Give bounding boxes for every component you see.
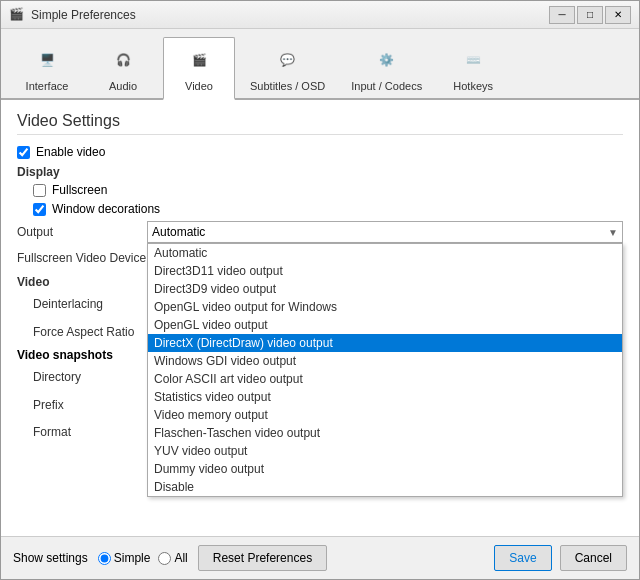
fullscreen-row: Fullscreen <box>33 183 623 197</box>
dropdown-arrow-icon: ▼ <box>608 227 618 238</box>
radio-simple[interactable]: Simple <box>98 551 151 565</box>
all-radio[interactable] <box>158 552 171 565</box>
tab-input[interactable]: ⚙️ Input / Codecs <box>340 37 433 98</box>
window-decorations-row: Window decorations <box>33 202 623 216</box>
show-settings-label: Show settings <box>13 551 88 565</box>
show-settings-area: Show settings Simple All Reset Preferenc… <box>13 545 327 571</box>
format-label: Format <box>33 425 163 439</box>
tab-interface-label: Interface <box>26 80 69 92</box>
output-selected-value: Automatic <box>152 225 205 239</box>
prefix-label: Prefix <box>33 398 163 412</box>
maximize-button[interactable]: □ <box>577 6 603 24</box>
dropdown-item[interactable]: Disable <box>148 478 622 496</box>
dropdown-item[interactable]: Statistics video output <box>148 388 622 406</box>
radio-all[interactable]: All <box>158 551 187 565</box>
dropdown-item[interactable]: Video memory output <box>148 406 622 424</box>
section-title: Video Settings <box>17 112 623 135</box>
force-aspect-label: Force Aspect Ratio <box>33 325 163 339</box>
tab-hotkeys-label: Hotkeys <box>453 80 493 92</box>
directory-label: Directory <box>33 370 163 384</box>
dropdown-item[interactable]: DirectX (DirectDraw) video output <box>148 334 622 352</box>
output-dropdown-list: AutomaticDirect3D11 video outputDirect3D… <box>147 243 623 497</box>
all-label: All <box>174 551 187 565</box>
window-decorations-checkbox[interactable] <box>33 203 46 216</box>
enable-video-checkbox[interactable] <box>17 146 30 159</box>
minimize-button[interactable]: ─ <box>549 6 575 24</box>
hotkeys-icon: ⌨️ <box>455 42 491 78</box>
display-section-label: Display <box>17 165 623 179</box>
tab-input-label: Input / Codecs <box>351 80 422 92</box>
tab-video-label: Video <box>185 80 213 92</box>
enable-video-label: Enable video <box>36 145 105 159</box>
dropdown-item[interactable]: OpenGL video output for Windows <box>148 298 622 316</box>
save-button[interactable]: Save <box>494 545 551 571</box>
interface-icon: 🖥️ <box>29 42 65 78</box>
input-icon: ⚙️ <box>369 42 405 78</box>
simple-label: Simple <box>114 551 151 565</box>
close-button[interactable]: ✕ <box>605 6 631 24</box>
subtitles-icon: 💬 <box>270 42 306 78</box>
fullscreen-device-label: Fullscreen Video Device <box>17 251 147 265</box>
tabs-area: 🖥️ Interface 🎧 Audio 🎬 Video 💬 Subtitles… <box>1 29 639 100</box>
video-icon: 🎬 <box>181 42 217 78</box>
dropdown-item[interactable]: Automatic <box>148 244 622 262</box>
tab-hotkeys[interactable]: ⌨️ Hotkeys <box>437 37 509 98</box>
main-window: 🎬 Simple Preferences ─ □ ✕ 🖥️ Interface … <box>0 0 640 580</box>
output-select-container: Automatic ▼ AutomaticDirect3D11 video ou… <box>147 221 623 243</box>
tab-audio-label: Audio <box>109 80 137 92</box>
dropdown-item[interactable]: YUV video output <box>148 442 622 460</box>
radio-group: Simple All <box>98 551 188 565</box>
dropdown-item[interactable]: OpenGL video output <box>148 316 622 334</box>
app-icon: 🎬 <box>9 7 25 23</box>
fullscreen-label: Fullscreen <box>52 183 107 197</box>
output-dropdown-button[interactable]: Automatic ▼ <box>147 221 623 243</box>
simple-radio[interactable] <box>98 552 111 565</box>
output-row: Output Automatic ▼ AutomaticDirect3D11 v… <box>17 221 623 243</box>
tab-subtitles[interactable]: 💬 Subtitles / OSD <box>239 37 336 98</box>
title-controls: ─ □ ✕ <box>549 6 631 24</box>
title-bar: 🎬 Simple Preferences ─ □ ✕ <box>1 1 639 29</box>
tab-audio[interactable]: 🎧 Audio <box>87 37 159 98</box>
reset-preferences-button[interactable]: Reset Preferences <box>198 545 327 571</box>
tab-interface[interactable]: 🖥️ Interface <box>11 37 83 98</box>
tab-video[interactable]: 🎬 Video <box>163 37 235 100</box>
window-decorations-label: Window decorations <box>52 202 160 216</box>
bottom-bar: Show settings Simple All Reset Preferenc… <box>1 536 639 579</box>
title-bar-left: 🎬 Simple Preferences <box>9 7 136 23</box>
dropdown-item[interactable]: Flaschen-Taschen video output <box>148 424 622 442</box>
fullscreen-checkbox[interactable] <box>33 184 46 197</box>
deinterlacing-label: Deinterlacing <box>33 297 163 311</box>
enable-video-row: Enable video <box>17 145 623 159</box>
dropdown-item[interactable]: Direct3D11 video output <box>148 262 622 280</box>
dropdown-item[interactable]: Dummy video output <box>148 460 622 478</box>
dropdown-item[interactable]: Windows GDI video output <box>148 352 622 370</box>
tab-subtitles-label: Subtitles / OSD <box>250 80 325 92</box>
cancel-button[interactable]: Cancel <box>560 545 627 571</box>
window-title: Simple Preferences <box>31 8 136 22</box>
content-area: Video Settings Enable video Display Full… <box>1 100 639 536</box>
dropdown-item[interactable]: Color ASCII art video output <box>148 370 622 388</box>
bottom-action-buttons: Save Cancel <box>494 545 627 571</box>
audio-icon: 🎧 <box>105 42 141 78</box>
output-label: Output <box>17 225 147 239</box>
dropdown-item[interactable]: Direct3D9 video output <box>148 280 622 298</box>
